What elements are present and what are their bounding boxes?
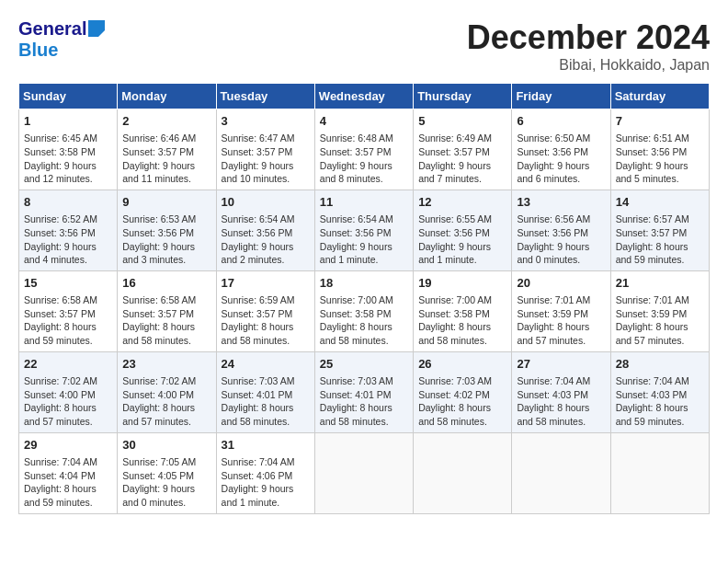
- daylight: Daylight: 8 hours and 58 minutes.: [222, 402, 294, 427]
- sunset: Sunset: 3:56 PM: [320, 227, 392, 238]
- day-number: 1: [24, 113, 112, 130]
- day-number: 25: [320, 356, 408, 373]
- calendar-week-row: 15Sunrise: 6:58 AMSunset: 3:57 PMDayligh…: [19, 270, 710, 351]
- day-number: 12: [418, 194, 506, 211]
- svg-marker-0: [88, 20, 105, 37]
- day-number: 13: [517, 194, 605, 211]
- table-row: 27Sunrise: 7:04 AMSunset: 4:03 PMDayligh…: [512, 351, 610, 432]
- sunset: Sunset: 3:57 PM: [222, 146, 293, 157]
- daylight: Daylight: 8 hours and 58 minutes.: [320, 321, 392, 346]
- day-number: 14: [616, 194, 704, 211]
- sunset: Sunset: 4:05 PM: [122, 470, 194, 481]
- sunset: Sunset: 3:56 PM: [24, 227, 96, 238]
- daylight: Daylight: 9 hours and 12 minutes.: [24, 160, 97, 185]
- calendar-table: SundayMondayTuesdayWednesdayThursdayFrid…: [18, 83, 710, 514]
- sunset: Sunset: 3:56 PM: [122, 227, 194, 238]
- sunrise: Sunrise: 6:54 AM: [320, 213, 393, 224]
- sunrise: Sunrise: 6:58 AM: [24, 294, 97, 305]
- sunset: Sunset: 4:01 PM: [320, 389, 392, 400]
- table-row: 20Sunrise: 7:01 AMSunset: 3:59 PMDayligh…: [512, 270, 610, 351]
- sunset: Sunset: 3:58 PM: [24, 146, 96, 157]
- sunrise: Sunrise: 7:01 AM: [616, 294, 689, 305]
- daylight: Daylight: 9 hours and 7 minutes.: [418, 160, 491, 185]
- sunset: Sunset: 4:04 PM: [24, 470, 96, 481]
- day-number: 23: [122, 356, 210, 373]
- day-number: 3: [222, 113, 310, 130]
- sunset: Sunset: 4:03 PM: [616, 389, 688, 400]
- day-number: 21: [616, 275, 704, 292]
- sunrise: Sunrise: 6:59 AM: [222, 294, 295, 305]
- table-row: 19Sunrise: 7:00 AMSunset: 3:58 PMDayligh…: [414, 270, 512, 351]
- day-number: 30: [122, 437, 210, 454]
- sunrise: Sunrise: 7:01 AM: [517, 294, 590, 305]
- daylight: Daylight: 9 hours and 3 minutes.: [122, 241, 195, 266]
- sunset: Sunset: 3:58 PM: [418, 308, 490, 319]
- day-number: 19: [418, 275, 506, 292]
- sunrise: Sunrise: 7:02 AM: [24, 375, 97, 386]
- sunset: Sunset: 3:56 PM: [517, 146, 588, 157]
- sunrise: Sunrise: 6:47 AM: [222, 132, 295, 144]
- daylight: Daylight: 9 hours and 1 minute.: [222, 483, 294, 508]
- daylight: Daylight: 8 hours and 58 minutes.: [418, 402, 491, 427]
- sunrise: Sunrise: 6:50 AM: [517, 132, 590, 144]
- day-number: 18: [320, 275, 408, 292]
- table-row: 9Sunrise: 6:53 AMSunset: 3:56 PMDaylight…: [118, 190, 216, 270]
- day-header-sunday: Sunday: [19, 84, 118, 109]
- table-row: 25Sunrise: 7:03 AMSunset: 4:01 PMDayligh…: [314, 351, 413, 432]
- table-row: 3Sunrise: 6:47 AMSunset: 3:57 PMDaylight…: [216, 109, 314, 190]
- sunset: Sunset: 3:59 PM: [517, 308, 588, 319]
- table-row: 1Sunrise: 6:45 AMSunset: 3:58 PMDaylight…: [19, 109, 118, 190]
- sunset: Sunset: 3:57 PM: [24, 308, 96, 319]
- table-row: [610, 432, 709, 513]
- sunset: Sunset: 3:57 PM: [122, 308, 194, 319]
- table-row: 22Sunrise: 7:02 AMSunset: 4:00 PMDayligh…: [19, 351, 118, 432]
- location: Bibai, Hokkaido, Japan: [467, 57, 710, 74]
- day-number: 22: [24, 356, 112, 373]
- daylight: Daylight: 9 hours and 4 minutes.: [24, 241, 97, 266]
- table-row: [414, 432, 512, 513]
- day-number: 26: [418, 356, 506, 373]
- daylight: Daylight: 8 hours and 57 minutes.: [517, 321, 589, 346]
- sunrise: Sunrise: 7:03 AM: [320, 375, 393, 386]
- daylight: Daylight: 8 hours and 59 minutes.: [616, 402, 688, 427]
- sunrise: Sunrise: 6:56 AM: [517, 213, 590, 224]
- sunrise: Sunrise: 7:05 AM: [122, 456, 196, 467]
- day-number: 16: [122, 275, 210, 292]
- title-block: December 2024 Bibai, Hokkaido, Japan: [467, 18, 710, 74]
- day-header-monday: Monday: [118, 84, 216, 109]
- sunrise: Sunrise: 7:04 AM: [222, 456, 295, 467]
- day-number: 10: [222, 194, 310, 211]
- daylight: Daylight: 8 hours and 58 minutes.: [517, 402, 589, 427]
- day-header-wednesday: Wednesday: [314, 84, 413, 109]
- table-row: 2Sunrise: 6:46 AMSunset: 3:57 PMDaylight…: [118, 109, 216, 190]
- table-row: 11Sunrise: 6:54 AMSunset: 3:56 PMDayligh…: [314, 190, 413, 270]
- table-row: 17Sunrise: 6:59 AMSunset: 3:57 PMDayligh…: [216, 270, 314, 351]
- day-number: 11: [320, 194, 408, 211]
- table-row: 5Sunrise: 6:49 AMSunset: 3:57 PMDaylight…: [414, 109, 512, 190]
- table-row: 12Sunrise: 6:55 AMSunset: 3:56 PMDayligh…: [414, 190, 512, 270]
- daylight: Daylight: 8 hours and 57 minutes.: [616, 321, 688, 346]
- day-number: 6: [517, 113, 605, 130]
- sunrise: Sunrise: 6:52 AM: [24, 213, 97, 224]
- daylight: Daylight: 8 hours and 58 minutes.: [418, 321, 491, 346]
- day-number: 15: [24, 275, 112, 292]
- sunset: Sunset: 3:56 PM: [418, 227, 490, 238]
- day-number: 17: [222, 275, 310, 292]
- table-row: 30Sunrise: 7:05 AMSunset: 4:05 PMDayligh…: [118, 432, 216, 513]
- sunrise: Sunrise: 6:54 AM: [222, 213, 295, 224]
- day-number: 7: [616, 113, 704, 130]
- sunset: Sunset: 3:57 PM: [616, 227, 688, 238]
- sunset: Sunset: 3:56 PM: [517, 227, 588, 238]
- sunset: Sunset: 4:00 PM: [122, 389, 194, 400]
- day-header-tuesday: Tuesday: [216, 84, 314, 109]
- table-row: 4Sunrise: 6:48 AMSunset: 3:57 PMDaylight…: [314, 109, 413, 190]
- table-row: 29Sunrise: 7:04 AMSunset: 4:04 PMDayligh…: [19, 432, 118, 513]
- day-header-friday: Friday: [512, 84, 610, 109]
- page-header: General Blue December 2024 Bibai, Hokkai…: [18, 18, 710, 74]
- sunrise: Sunrise: 7:03 AM: [418, 375, 492, 386]
- table-row: 8Sunrise: 6:52 AMSunset: 3:56 PMDaylight…: [19, 190, 118, 270]
- table-row: 21Sunrise: 7:01 AMSunset: 3:59 PMDayligh…: [610, 270, 709, 351]
- daylight: Daylight: 9 hours and 5 minutes.: [616, 160, 688, 185]
- table-row: 23Sunrise: 7:02 AMSunset: 4:00 PMDayligh…: [118, 351, 216, 432]
- logo: General Blue: [18, 18, 105, 61]
